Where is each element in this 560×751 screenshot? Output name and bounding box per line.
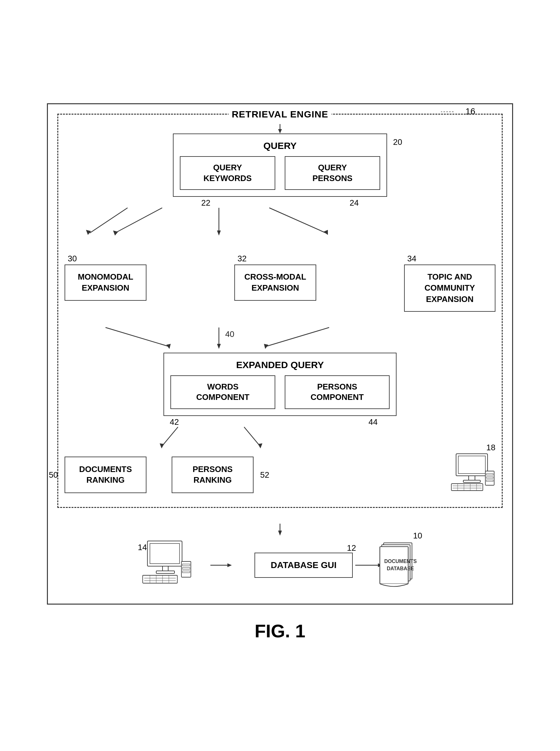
svg-rect-40 [162,566,168,571]
svg-rect-50 [182,564,190,566]
ref34: 34 [407,254,416,264]
page: RETRIEVAL ENGINE QUERY QUER [28,91,532,660]
query-box: QUERY QUERYKEYWORDS QUERYPERSONS 20 [173,134,387,197]
svg-rect-51 [182,567,190,569]
ref12: 12 [347,543,356,553]
persons-component-label: PERSONSCOMPONENT [311,382,364,402]
svg-line-15 [266,327,329,346]
expanded-query-label: EXPANDED QUERY [171,360,389,370]
persons-ranking-label: PERSONSRANKING [193,464,233,485]
ref44: 44 [368,417,378,427]
ref22: 22 [201,198,211,208]
svg-marker-20 [258,443,262,448]
svg-marker-16 [264,344,268,349]
ref18: 18 [486,443,496,452]
svg-rect-52 [182,571,190,573]
documents-ranking-label: DOCUMENTSRANKING [79,464,132,485]
query-label: QUERY [180,140,380,151]
persons-component-box: PERSONSCOMPONENT [285,376,389,409]
svg-marker-18 [160,443,164,448]
ref42: 42 [170,417,179,427]
computer-icon-18 [448,452,496,496]
svg-line-6 [269,208,326,233]
bottom-section: 14 [48,517,512,604]
query-keywords-box: QUERYKEYWORDS [180,156,275,190]
svg-rect-42 [143,575,177,583]
ref20: 20 [393,137,402,147]
svg-rect-41 [156,571,175,573]
words-component-label: WORDSCOMPONENT [196,382,249,402]
query-persons-box: QUERYPERSONS [285,156,380,190]
ref30: 30 [68,254,77,264]
topic-community-label: TOPIC AND COMMUNITYEXPANSION [424,272,475,304]
connection-arrows-mid: 40 [64,327,496,353]
expansion-row: 30 MONOMODALEXPANSION 32 CROSS-MODALEXPA… [64,264,496,311]
query-persons-label: QUERYPERSONS [313,163,353,183]
crossmodal-expansion-box: CROSS-MODALEXPANSION [234,264,316,300]
connection-arrows-bottom [64,427,496,452]
computer-icon-14 [141,540,192,590]
retrieval-engine-label: RETRIEVAL ENGINE [229,109,332,120]
svg-rect-24 [463,480,480,482]
svg-marker-1 [278,129,282,134]
svg-marker-54 [227,563,232,567]
documents-database-icon: DOCUMENTS DATABASE [378,540,419,589]
monomodal-label: MONOMODALEXPANSION [78,272,133,292]
ref10: 10 [413,531,422,541]
svg-marker-11 [217,344,221,349]
ref16-label: 16 [438,106,475,117]
svg-rect-25 [451,484,483,491]
svg-rect-34 [486,477,493,478]
svg-marker-3 [113,230,118,236]
svg-text:40: 40 [225,329,234,339]
diagram-area: QUERY QUERYKEYWORDS QUERYPERSONS 20 [64,124,496,498]
svg-line-17 [162,427,178,446]
svg-marker-37 [278,531,282,535]
svg-line-13 [105,327,168,346]
monomodal-expansion-box: MONOMODALEXPANSION [64,264,146,300]
database-gui-label: DATABASE GUI [271,560,337,570]
connection-arrows-top [64,208,496,246]
svg-text:DATABASE: DATABASE [387,566,414,571]
ref32: 32 [238,254,247,264]
arrow-to-db-gui [211,559,236,571]
words-component-box: WORDSCOMPONENT [171,376,275,409]
topic-community-expansion-box: TOPIC AND COMMUNITYEXPANSION [404,264,496,311]
svg-marker-14 [166,344,171,349]
svg-text:DOCUMENTS: DOCUMENTS [384,559,417,564]
retrieval-engine-box: RETRIEVAL ENGINE QUERY QUER [57,114,503,508]
documents-ranking-box: DOCUMENTSRANKING [64,456,146,493]
ref14: 14 [138,543,147,552]
down-arrow-to-db-gui [274,524,286,536]
svg-line-19 [244,427,260,446]
ref50: 50 [49,470,58,480]
crossmodal-label: CROSS-MODALEXPANSION [244,272,306,292]
svg-rect-33 [486,473,493,475]
database-gui-box: DATABASE GUI [255,553,353,578]
persons-ranking-box: PERSONSRANKING [172,456,254,493]
svg-rect-59 [380,547,408,584]
svg-marker-5 [217,230,221,236]
outer-border: RETRIEVAL ENGINE QUERY QUER [47,103,513,605]
query-keywords-label: QUERYKEYWORDS [203,163,252,183]
fig-label: FIG. 1 [47,620,513,642]
expanded-query-box: EXPANDED QUERY WORDSCOMPONENT PERSONSCOM… [163,353,397,416]
ref52: 52 [260,470,269,480]
svg-rect-39 [150,544,180,564]
svg-rect-23 [469,476,475,480]
svg-rect-22 [458,456,485,473]
svg-rect-35 [486,480,493,482]
ref16: 16 [465,106,475,116]
ref24: 24 [349,198,359,208]
